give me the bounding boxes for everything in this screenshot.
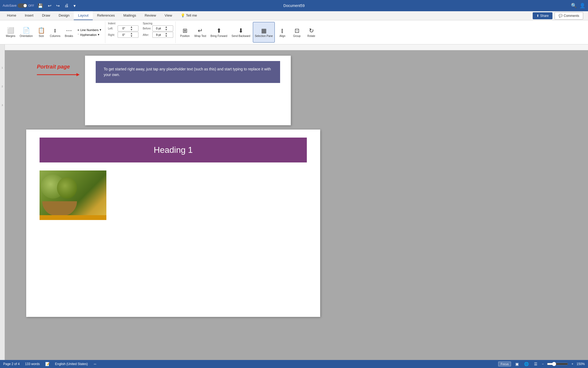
- focus-button[interactable]: Focus: [498, 362, 511, 366]
- indent-right-value[interactable]: [118, 33, 130, 37]
- main-container: 1 2 3 Portrait page Landscape page: [0, 50, 588, 368]
- wrap-text-button[interactable]: ↵ Wrap Text: [193, 22, 208, 43]
- breaks-icon: ⋯: [66, 27, 72, 34]
- ruler-mark-3: 3: [0, 104, 5, 107]
- spacing-after-input[interactable]: ▲ ▼: [152, 32, 173, 38]
- margins-button[interactable]: ⬜ Margins: [4, 26, 17, 39]
- spacing-before-value[interactable]: [153, 26, 164, 30]
- ruler: [0, 44, 588, 50]
- tab-design[interactable]: Design: [55, 11, 74, 20]
- bring-forward-label: Bring Forward: [211, 35, 227, 37]
- rotate-label: Rotate: [307, 35, 315, 37]
- tab-references[interactable]: References: [93, 11, 119, 20]
- purple-header-box: To get started right away, just tap any …: [96, 61, 280, 83]
- indent-right-input[interactable]: ▲ ▼: [118, 32, 138, 38]
- autosave-knob: [24, 4, 27, 7]
- selection-pane-button[interactable]: ▦ Selection Pane: [253, 22, 274, 43]
- align-button[interactable]: ⫿ Align: [276, 22, 289, 43]
- send-backward-button[interactable]: ⬇ Send Backward: [230, 22, 252, 43]
- margins-label: Margins: [6, 35, 16, 37]
- spacing-before-input[interactable]: ▲ ▼: [152, 25, 173, 31]
- vertical-ruler: 1 2 3: [0, 50, 5, 368]
- share-button[interactable]: ⬆ Share: [533, 12, 552, 19]
- ruler-mark-2: 2: [0, 85, 5, 88]
- spacing-after-down[interactable]: ▼: [164, 35, 173, 37]
- tab-tell-me[interactable]: 💡 Tell me: [176, 11, 201, 20]
- tab-insert[interactable]: Insert: [21, 11, 38, 20]
- bring-forward-icon: ⬆: [216, 27, 221, 34]
- tab-layout[interactable]: Layout: [74, 11, 93, 20]
- columns-icon: ⫾: [54, 27, 57, 34]
- group-icon: ⊡: [295, 27, 299, 34]
- indent-left-row: Left: ▲ ▼: [108, 25, 138, 31]
- print-layout-button[interactable]: ▣: [514, 361, 520, 367]
- indent-right-down[interactable]: ▼: [130, 35, 138, 37]
- tab-view[interactable]: View: [160, 11, 176, 20]
- line-numbers-label: Line Numbers: [80, 28, 98, 32]
- zoom-out-button[interactable]: −: [542, 362, 544, 366]
- comments-icon: 💬: [559, 14, 563, 18]
- orientation-button[interactable]: 📄 Orientation: [18, 26, 34, 39]
- columns-label: Columns: [50, 35, 60, 37]
- zoom-level: 150%: [577, 362, 585, 366]
- indent-left-down[interactable]: ▼: [130, 28, 138, 31]
- spacing-before-down[interactable]: ▼: [164, 28, 173, 31]
- title-bar: AutoSave OFF 💾 ↩ ↪ 🖨 ▾ Document59 🔍 👤: [0, 0, 588, 11]
- user-icon[interactable]: 👤: [579, 3, 585, 9]
- comments-button[interactable]: 💬 Comments: [555, 12, 583, 20]
- orientation-label: Orientation: [20, 35, 33, 37]
- spacing-after-value[interactable]: [153, 33, 164, 37]
- portrait-annotation-container: Portrait page: [37, 64, 80, 78]
- rotate-button[interactable]: ↻ Rotate: [305, 22, 318, 43]
- spacing-before-arrows: ▲ ▼: [164, 26, 173, 31]
- position-button[interactable]: ⊞ Position: [178, 22, 192, 43]
- title-bar-right: 🔍 👤: [571, 3, 585, 9]
- web-layout-button[interactable]: 🌐: [523, 361, 530, 367]
- save-icon[interactable]: 💾: [36, 3, 44, 9]
- heading1-text: Heading 1: [154, 145, 193, 155]
- redo-icon[interactable]: ↪: [55, 3, 61, 9]
- document-canvas: Portrait page Landscape page To get star…: [5, 50, 588, 368]
- breaks-button[interactable]: ⋯ Breaks: [63, 26, 75, 39]
- zoom-in-button[interactable]: +: [571, 362, 573, 366]
- send-backward-label: Send Backward: [231, 35, 250, 37]
- indent-left-input[interactable]: ▲ ▼: [118, 25, 138, 31]
- line-numbers-icon: ≡: [78, 28, 79, 32]
- line-numbers-button[interactable]: ≡ Line Numbers ▾: [76, 28, 103, 32]
- indent-left-label: Left:: [108, 27, 117, 30]
- ruler-mark-1: 1: [0, 66, 5, 69]
- tab-mailings[interactable]: Mailings: [119, 11, 141, 20]
- tab-home[interactable]: Home: [3, 11, 21, 20]
- tab-review[interactable]: Review: [140, 11, 160, 20]
- undo-icon[interactable]: ↩: [47, 3, 53, 9]
- search-icon[interactable]: 🔍: [571, 3, 577, 9]
- autosave-toggle[interactable]: [18, 3, 27, 8]
- share-label: Share: [540, 14, 549, 18]
- size-button[interactable]: 📋 Size: [36, 26, 47, 39]
- outline-button[interactable]: ☰: [533, 361, 539, 367]
- indent-left-value[interactable]: [118, 26, 130, 30]
- track-changes-icon[interactable]: ↔: [93, 362, 97, 366]
- customize-icon[interactable]: ▾: [72, 3, 77, 9]
- print-icon[interactable]: 🖨: [63, 3, 70, 9]
- status-right: Focus ▣ 🌐 ☰ − + 150%: [498, 361, 585, 367]
- indent-col: Indent Left: ▲ ▼ Right:: [108, 22, 138, 38]
- margins-icon: ⬜: [7, 27, 14, 34]
- ribbon-tabs: Home Insert Draw Design Layout Reference…: [0, 11, 588, 20]
- group-button[interactable]: ⊡ Group: [290, 22, 304, 43]
- spacing-before-label: Before:: [143, 27, 151, 30]
- spelling-icon[interactable]: 📝: [45, 362, 50, 366]
- page-setup-group: ⬜ Margins 📄 Orientation 📋 Size ⫾ Columns…: [2, 21, 105, 43]
- zoom-slider[interactable]: [547, 362, 568, 366]
- language-info: English (United States): [55, 362, 88, 366]
- spacing-before-row: Before: ▲ ▼: [143, 25, 173, 31]
- tab-draw[interactable]: Draw: [38, 11, 54, 20]
- spacing-label: Spacing: [143, 22, 173, 25]
- bring-forward-button[interactable]: ⬆ Bring Forward: [209, 22, 229, 43]
- columns-button[interactable]: ⫾ Columns: [48, 26, 62, 39]
- orientation-icon: 📄: [23, 27, 30, 34]
- hyphenation-button[interactable]: ⁻ Hyphenation ▾: [76, 32, 103, 37]
- page-portrait: To get started right away, just tap any …: [85, 56, 291, 125]
- hyphenation-arrow: ▾: [98, 33, 99, 36]
- size-label: Size: [39, 35, 44, 37]
